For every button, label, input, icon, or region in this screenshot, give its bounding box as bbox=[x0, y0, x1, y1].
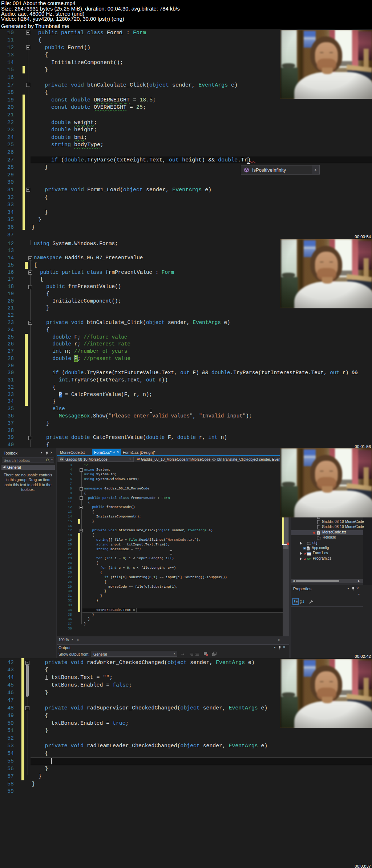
svg-text:A: A bbox=[300, 599, 302, 602]
svg-text:Z: Z bbox=[300, 602, 302, 604]
